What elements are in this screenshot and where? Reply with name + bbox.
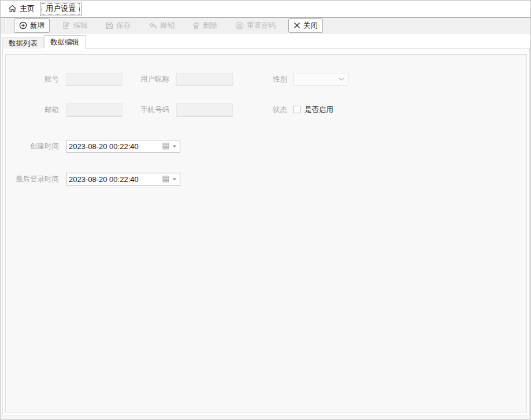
created-time-picker-icons: [162, 140, 177, 152]
account-label: 账号: [6, 73, 59, 86]
tab-home[interactable]: 主页: [3, 2, 40, 16]
save-button-label: 保存: [116, 21, 131, 31]
edit-icon: [62, 21, 70, 29]
calendar-icon: [162, 143, 169, 150]
reset-password-button[interactable]: 重置密码: [230, 18, 281, 33]
status-label: 状态: [225, 103, 287, 116]
created-time-label: 创建时间: [6, 140, 59, 153]
trash-icon: [192, 22, 200, 29]
tab-home-label: 主页: [20, 3, 35, 14]
close-icon: [294, 22, 300, 29]
status-checkbox[interactable]: [293, 106, 300, 113]
tab-data-list-label: 数据列表: [9, 39, 38, 47]
caret-down-icon[interactable]: [172, 178, 177, 181]
last-login-time-label: 最后登录时间: [6, 173, 59, 185]
last-login-time-picker[interactable]: 2023-08-20 00:22:40: [66, 173, 180, 185]
calendar-icon: [162, 176, 169, 183]
home-icon: [8, 5, 17, 13]
close-button[interactable]: 关闭: [288, 18, 323, 33]
add-button-label: 新增: [30, 21, 44, 31]
last-login-time-value: 2023-08-20 00:22:40: [69, 175, 139, 184]
status-checkbox-label: 是否启用: [305, 103, 333, 116]
phone-input[interactable]: [176, 103, 233, 116]
gender-label: 性别: [225, 73, 287, 86]
app-window: 主页 用户设置 新增 编辑: [0, 0, 531, 420]
last-login-time-picker-icons: [162, 173, 177, 185]
tab-data-edit-label: 数据编辑: [50, 38, 79, 46]
email-label: 邮箱: [6, 103, 59, 116]
close-button-label: 关闭: [303, 21, 318, 31]
undo-icon: [148, 22, 157, 29]
gender-select[interactable]: [293, 73, 348, 86]
main-tab-strip: 主页 用户设置: [3, 2, 81, 16]
edit-button[interactable]: 编辑: [57, 18, 93, 33]
created-time-picker[interactable]: 2023-08-20 00:22:40: [66, 140, 180, 153]
tab-user-settings-label: 用户设置: [46, 3, 76, 14]
edit-button-label: 编辑: [73, 21, 88, 31]
delete-button[interactable]: 删除: [187, 18, 222, 33]
sub-tab-strip: 数据列表 数据编辑: [2, 35, 86, 49]
tab-user-settings[interactable]: 用户设置: [40, 2, 81, 16]
nickname-label: 用户昵称: [110, 73, 169, 86]
status-bar: [1, 415, 530, 419]
add-button[interactable]: 新增: [14, 18, 50, 33]
save-icon: [106, 22, 113, 29]
undo-button[interactable]: 撤销: [143, 18, 180, 33]
tab-data-edit[interactable]: 数据编辑: [44, 35, 86, 49]
caret-down-icon[interactable]: [172, 145, 177, 148]
lock-circle-icon: [235, 21, 244, 30]
created-time-value: 2023-08-20 00:22:40: [69, 142, 139, 151]
toolbar: 新增 编辑 保存: [1, 17, 530, 34]
undo-button-label: 撤销: [160, 21, 174, 31]
delete-button-label: 删除: [203, 21, 217, 31]
save-button[interactable]: 保存: [101, 18, 136, 33]
nickname-input[interactable]: [176, 73, 233, 86]
phone-label: 手机号码: [110, 103, 169, 116]
plus-circle-icon: [19, 21, 27, 29]
toolbar-grip[interactable]: [5, 20, 6, 31]
edit-form-panel: 账号 用户昵称 性别 邮箱 手机号码 状态 是否启用 创建时间 2023-08-…: [5, 54, 527, 412]
reset-password-button-label: 重置密码: [247, 21, 276, 31]
chevron-down-icon: [339, 77, 344, 81]
tab-data-list[interactable]: 数据列表: [2, 37, 44, 49]
